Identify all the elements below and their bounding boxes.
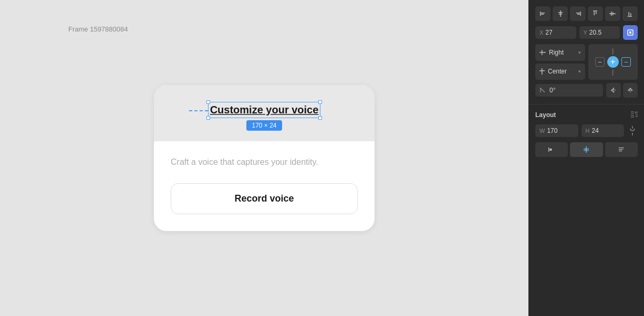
handle-tl[interactable]	[206, 100, 210, 104]
handle-tr[interactable]	[318, 100, 322, 104]
constraints-row: Right ▾ Center ▾	[535, 44, 638, 80]
h-constraint-icon-label: Right	[539, 49, 564, 56]
svg-rect-25	[550, 149, 552, 151]
constraint-visual: − + −	[588, 44, 638, 80]
constraint-bottom-line	[612, 69, 614, 76]
handle-bl[interactable]	[206, 116, 210, 120]
v-constraint-dropdown[interactable]: Center ▾	[535, 64, 585, 80]
rotation-value: 0°	[549, 87, 599, 94]
svg-rect-0	[540, 12, 541, 16]
rotation-field[interactable]: 0°	[535, 84, 603, 97]
flip-buttons	[606, 83, 638, 98]
constraint-minus-button[interactable]: −	[595, 57, 605, 67]
constraint-right-button[interactable]: −	[621, 57, 631, 67]
rotation-row: 0°	[535, 83, 638, 98]
handle-br[interactable]	[318, 116, 322, 120]
constraint-top-line	[612, 48, 614, 55]
w-label: W	[539, 128, 545, 134]
v-constraint-icon-label: Center	[539, 68, 567, 75]
align-right-button[interactable]	[570, 6, 585, 21]
position-mode-button[interactable]	[623, 25, 638, 40]
svg-rect-23	[539, 70, 545, 71]
h-constraint-label: Right	[549, 49, 564, 56]
svg-rect-28	[585, 149, 587, 150]
card: Customize your voice 170 × 24 Craft a vo…	[154, 85, 375, 231]
heading-text: Customize your voice	[210, 103, 319, 117]
flip-v-button[interactable]	[623, 83, 638, 98]
x-label: X	[539, 29, 543, 36]
right-panel: X 27 Y 20.5	[528, 0, 644, 316]
description-text: Craft a voice that captures your identit…	[171, 156, 358, 168]
svg-rect-13	[611, 12, 612, 16]
h-field[interactable]: H 24	[581, 124, 625, 137]
text-selection-wrapper[interactable]: Customize your voice	[210, 104, 319, 116]
flip-h-button[interactable]	[606, 83, 621, 98]
svg-rect-1	[541, 13, 545, 14]
svg-rect-10	[594, 12, 595, 15]
svg-rect-9	[593, 10, 597, 12]
layout-collapse-button[interactable]	[630, 111, 638, 119]
layout-section: Layout W 170 H 24	[529, 104, 644, 161]
w-field[interactable]: W 170	[535, 124, 578, 137]
layout-pack-center-button[interactable]	[570, 142, 603, 157]
dimension-badge: 170 × 24	[246, 120, 282, 131]
layout-align-row	[535, 142, 638, 157]
layout-pack-right-button[interactable]	[605, 142, 638, 157]
svg-rect-14	[612, 12, 614, 15]
x-field[interactable]: X 27	[535, 26, 576, 39]
svg-rect-30	[619, 149, 623, 150]
v-constraint-label: Center	[548, 68, 567, 75]
svg-rect-22	[542, 68, 543, 75]
align-center-v-button[interactable]	[605, 6, 620, 21]
card-top: Customize your voice 170 × 24	[154, 85, 375, 141]
h-value: 24	[591, 127, 620, 134]
svg-rect-24	[548, 148, 549, 152]
canvas: Frame 1597880084 Customize your voice 17…	[0, 0, 528, 316]
svg-rect-21	[542, 50, 543, 55]
w-value: 170	[547, 127, 574, 134]
svg-rect-19	[629, 31, 631, 34]
h-label: H	[586, 128, 590, 134]
record-voice-button[interactable]: Record voice	[171, 183, 358, 214]
align-buttons-row	[535, 6, 638, 21]
dashed-line	[189, 110, 208, 111]
h-constraint-dropdown[interactable]: Right ▾	[535, 44, 585, 61]
wh-row: W 170 H 24	[535, 123, 638, 138]
link-wh-button[interactable]	[627, 123, 638, 138]
svg-rect-8	[577, 14, 580, 15]
svg-rect-6	[580, 12, 581, 16]
svg-rect-4	[558, 12, 563, 13]
layout-title: Layout	[535, 111, 556, 119]
svg-rect-7	[576, 13, 580, 14]
svg-rect-16	[629, 12, 630, 16]
svg-rect-31	[619, 151, 622, 151]
constraint-plus-button[interactable]: +	[607, 56, 619, 68]
svg-rect-17	[630, 13, 631, 16]
svg-rect-5	[559, 14, 562, 15]
svg-rect-11	[596, 12, 597, 14]
align-center-h-button[interactable]	[553, 6, 568, 21]
frame-label: Frame 1597880084	[68, 25, 128, 33]
layout-pack-left-button[interactable]	[535, 142, 568, 157]
xy-row: X 27 Y 20.5	[535, 25, 638, 40]
svg-rect-20	[539, 52, 546, 53]
svg-rect-15	[628, 16, 632, 17]
align-left-button[interactable]	[535, 6, 550, 21]
x-value: 27	[545, 29, 572, 36]
v-constraint-chevron: ▾	[578, 69, 581, 74]
position-section: X 27 Y 20.5	[529, 0, 644, 104]
align-top-button[interactable]	[588, 6, 603, 21]
y-value: 20.5	[589, 29, 616, 36]
align-bottom-button[interactable]	[622, 6, 638, 21]
svg-rect-29	[619, 148, 624, 148]
card-bottom: Craft a voice that captures your identit…	[154, 141, 375, 231]
y-label: Y	[584, 29, 587, 36]
svg-rect-2	[541, 14, 544, 15]
layout-header: Layout	[535, 111, 638, 119]
h-constraint-chevron: ▾	[578, 50, 581, 55]
y-field[interactable]: Y 20.5	[579, 26, 620, 39]
